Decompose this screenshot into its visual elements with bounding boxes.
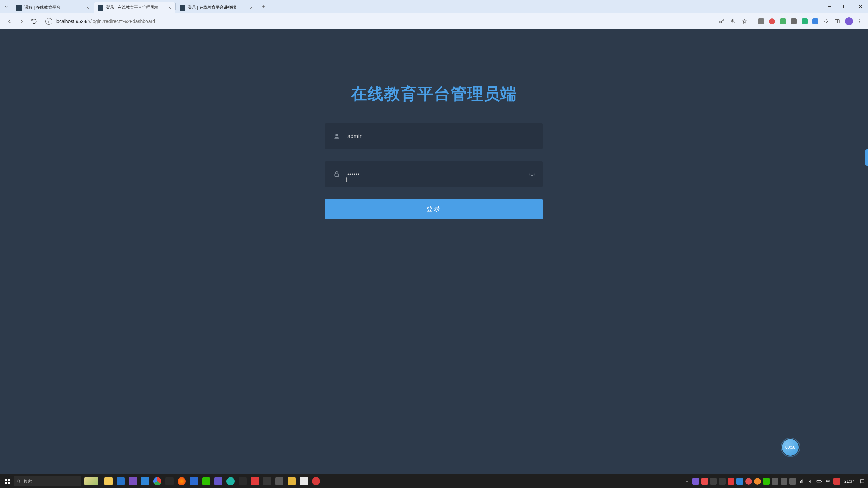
text-cursor-icon: [345, 177, 348, 182]
svg-rect-31: [8, 482, 10, 484]
svg-point-32: [17, 480, 19, 482]
ext-blue-icon[interactable]: [811, 17, 820, 26]
nav-forward-button[interactable]: [16, 16, 27, 27]
close-icon[interactable]: [167, 5, 172, 10]
tray-network-icon[interactable]: [798, 478, 805, 485]
taskbar-app-yellow[interactable]: [285, 474, 298, 488]
site-info-icon[interactable]: i: [45, 18, 52, 25]
floating-timer-value: 00:58: [785, 445, 795, 450]
taskbar-app-gray[interactable]: [273, 474, 285, 488]
new-tab-button[interactable]: [259, 2, 269, 12]
taskbar-app-explorer[interactable]: [102, 474, 115, 488]
taskbar-app-blue3[interactable]: [188, 474, 200, 488]
system-tray: 中 21:37: [684, 474, 866, 488]
weather-icon: [84, 477, 98, 485]
taskbar-app-teal[interactable]: [224, 474, 237, 488]
taskbar-search[interactable]: 搜索: [14, 476, 81, 486]
svg-rect-35: [821, 481, 821, 482]
url-path: /#/login?redirect=%2Fdashboard: [86, 19, 155, 24]
ext-camera-icon[interactable]: [757, 17, 766, 26]
tray-icon-5[interactable]: [728, 478, 734, 485]
tab-1[interactable]: 登录 | 在线教育平台管理员端: [94, 2, 175, 13]
tab-title: 登录 | 在线教育平台讲师端: [188, 5, 247, 11]
close-icon[interactable]: [85, 5, 90, 10]
favicon-icon: [180, 5, 185, 11]
close-icon[interactable]: [249, 5, 254, 10]
taskbar-app-red[interactable]: [249, 474, 261, 488]
tray-ime[interactable]: 中: [825, 478, 831, 485]
ext-vue-icon[interactable]: [800, 17, 809, 26]
login-button[interactable]: 登录: [325, 199, 543, 219]
browser-tabstrip: 课程 | 在线教育平台 登录 | 在线教育平台管理员端 登录 | 在线教育平台讲…: [0, 0, 868, 13]
floating-timer-badge[interactable]: 00:58: [782, 439, 799, 456]
username-input[interactable]: [342, 133, 537, 139]
tray-icon-3[interactable]: [710, 478, 717, 485]
taskbar-app-firefox[interactable]: [176, 474, 188, 488]
side-handle[interactable]: [865, 149, 868, 166]
tray-notifications-icon[interactable]: [859, 477, 866, 485]
favicon-icon: [16, 5, 22, 11]
username-field-wrap: [325, 123, 543, 149]
tray-icon-wechat[interactable]: [763, 478, 770, 485]
password-input[interactable]: [342, 171, 527, 177]
taskbar-app-dark1[interactable]: [237, 474, 249, 488]
tray-icon-2[interactable]: [701, 478, 708, 485]
window-minimize-button[interactable]: [821, 0, 837, 13]
zoom-icon[interactable]: [728, 17, 738, 26]
taskbar-app-blue2[interactable]: [139, 474, 151, 488]
side-panel-icon[interactable]: [833, 17, 842, 26]
tray-icon-7[interactable]: [745, 478, 752, 485]
tray-icon-10[interactable]: [781, 478, 787, 485]
tabs-dropdown-button[interactable]: [3, 3, 10, 11]
tray-icon-6[interactable]: [736, 478, 743, 485]
toggle-password-visibility-icon[interactable]: [527, 170, 537, 178]
ext-adblock-icon[interactable]: [768, 17, 776, 26]
password-key-icon[interactable]: [717, 17, 726, 26]
tab-2[interactable]: 登录 | 在线教育平台讲师端: [176, 2, 257, 13]
start-button[interactable]: [1, 474, 14, 488]
taskbar-search-placeholder: 搜索: [24, 479, 32, 484]
taskbar-weather[interactable]: [83, 476, 100, 486]
taskbar-app-wechat[interactable]: [200, 474, 212, 488]
tray-icon-1[interactable]: [692, 478, 699, 485]
svg-line-27: [534, 175, 534, 175]
tray-battery-icon[interactable]: [816, 478, 823, 485]
svg-marker-17: [743, 19, 747, 23]
taskbar-app-puzzle[interactable]: [163, 474, 176, 488]
taskbar-app-white[interactable]: [298, 474, 310, 488]
window-controls: [821, 0, 868, 13]
bookmark-star-icon[interactable]: [740, 17, 749, 26]
window-maximize-button[interactable]: [837, 0, 852, 13]
window-close-button[interactable]: [852, 0, 868, 13]
tab-0[interactable]: 课程 | 在线教育平台: [12, 2, 94, 13]
taskbar-app-dark2[interactable]: [261, 474, 273, 488]
taskbar-app-purple2[interactable]: [212, 474, 224, 488]
taskbar-app-red2[interactable]: [310, 474, 322, 488]
browser-toolbar: i localhost:9528/#/login?redirect=%2Fdas…: [0, 13, 868, 29]
lock-icon: [331, 171, 342, 178]
tray-icon-8[interactable]: [754, 478, 761, 485]
tray-volume-icon[interactable]: [807, 478, 814, 485]
password-field-wrap: [325, 161, 543, 187]
profile-avatar[interactable]: [845, 17, 853, 25]
chrome-menu-button[interactable]: [855, 17, 864, 26]
user-icon: [331, 133, 342, 140]
taskbar-app-purple[interactable]: [127, 474, 139, 488]
ext-translate-icon[interactable]: [789, 17, 798, 26]
taskbar-app-chrome[interactable]: [151, 474, 163, 488]
nav-back-button[interactable]: [4, 16, 15, 27]
tray-clock[interactable]: 21:37: [844, 479, 854, 484]
taskbar-app-store[interactable]: [115, 474, 127, 488]
svg-point-20: [859, 19, 860, 20]
tray-icon-red[interactable]: [833, 478, 840, 485]
svg-point-22: [859, 22, 860, 23]
tray-icon-4[interactable]: [719, 478, 726, 485]
ext-green-icon[interactable]: [778, 17, 787, 26]
nav-reload-button[interactable]: [28, 16, 39, 27]
tray-icon-9[interactable]: [772, 478, 778, 485]
address-bar[interactable]: i localhost:9528/#/login?redirect=%2Fdas…: [42, 16, 753, 27]
extensions-puzzle-icon[interactable]: [822, 17, 831, 26]
tray-chevron-up-icon[interactable]: [684, 478, 690, 485]
svg-line-25: [531, 175, 531, 176]
tray-icon-11[interactable]: [789, 478, 796, 485]
